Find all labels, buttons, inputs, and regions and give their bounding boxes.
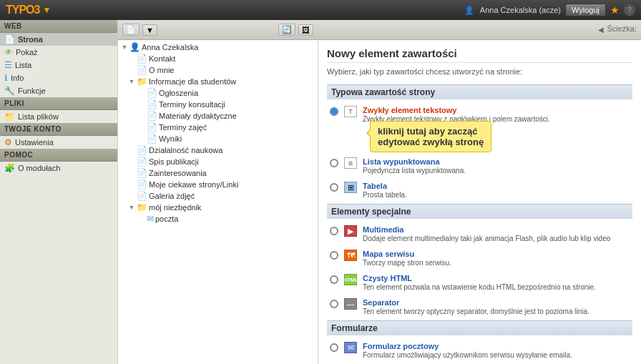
sidebar-item-pokaz[interactable]: 👁 Pokaż <box>0 46 117 59</box>
sidebar-label-pokaz: Pokaż <box>16 48 38 56</box>
sidebar-label-funkcje: Funkcje <box>18 87 46 95</box>
typo3-arrow-icon: ▼ <box>42 5 51 15</box>
item-desc-lista: Pojedyncza lista wypunktowana. <box>363 166 630 175</box>
tree-item-root[interactable]: ▼ 👤 Anna Czekalska <box>118 41 318 53</box>
radio-html[interactable] <box>330 275 338 284</box>
item-title-html: Czysty HTML <box>363 274 630 282</box>
content-item-multimedia[interactable]: ▶ Multimedia Dodaje element multimedialn… <box>327 223 632 245</box>
breadcrumb: Ścieżka: <box>607 24 637 33</box>
content-item-formularz-pocztowy[interactable]: ✉ Formularz pocztowy Formularz umożliwia… <box>327 340 632 362</box>
page-icon: 📄 <box>147 111 157 121</box>
content-item-tabela[interactable]: ⊞ Tabela Prosta tabela. <box>327 179 632 202</box>
sidebar-label-lista: Lista <box>15 61 31 69</box>
sidebar-label-strona: Strona <box>18 35 43 44</box>
sidebar-item-lista-plikow[interactable]: 📁 Lista plików <box>0 110 117 123</box>
tree-item-terminy-zajec[interactable]: 📄 Terminy zajęć <box>118 122 318 133</box>
tree-panel: 📄 ▼ 🔄 🖼 ▼ 👤 Anna Czekalska 📄 Kontakt � <box>118 20 318 364</box>
sidebar-item-funkcje[interactable]: 🔧 Funkcje <box>0 84 117 97</box>
page-icon: 📄 <box>4 34 15 44</box>
person-icon: 👤 <box>129 42 140 52</box>
radio-zwykly-text[interactable] <box>330 107 338 116</box>
favorites-icon[interactable]: ★ <box>610 4 620 16</box>
sidebar-item-o-modulach[interactable]: 🧩 O modułach <box>0 162 117 174</box>
radio-lista[interactable] <box>330 159 338 167</box>
eye-icon: 👁 <box>4 47 13 57</box>
sidebar-section-pliki: PLIKI <box>0 97 117 110</box>
item-title-mapa: Mapa serwisu <box>363 250 630 258</box>
page-icon: 📄 <box>137 179 147 190</box>
tree-label-ogloszenia: Ogłoszenia <box>159 89 198 97</box>
radio-mapa[interactable] <box>330 251 338 260</box>
toggle-icon: ▼ <box>128 78 135 85</box>
tree-item-poczta[interactable]: ✉ poczta <box>118 213 318 225</box>
tree-item-kontakt[interactable]: 📄 Kontakt <box>118 53 318 64</box>
tree-label-materialy: Materiały dydaktyczne <box>159 112 237 120</box>
text-icon: T <box>344 106 357 117</box>
sidebar-item-lista[interactable]: ☰ Lista <box>0 59 117 72</box>
tree-filter-button[interactable]: ▼ <box>142 24 157 36</box>
item-details-separator: Separator Ten element tworzy optyczny se… <box>363 298 630 316</box>
puzzle-icon: 🧩 <box>4 163 15 173</box>
help-icon[interactable]: ? <box>624 4 635 16</box>
tree-label-root: Anna Czekalska <box>142 43 199 51</box>
topbar-left: TYPO3 ▼ <box>6 4 51 16</box>
toggle-icon: ▼ <box>128 204 135 211</box>
tree-item-moje-ciekawe[interactable]: 📄 Moje ciekawe strony/Linki <box>118 179 318 190</box>
tree-item-wyniki[interactable]: 📄 Wyniki <box>118 133 318 144</box>
item-title-multimedia: Multimedia <box>363 225 630 234</box>
content-item-separator[interactable]: — Separator Ten element tworzy optyczny … <box>327 296 632 318</box>
html-icon: HTML <box>344 274 357 285</box>
radio-formularz-pocztowy[interactable] <box>330 343 338 352</box>
form-icon: ✉ <box>344 342 357 353</box>
tree-label-dzialalnosc: Działalność naukowa <box>149 146 222 154</box>
tree-expand-button[interactable]: 📄 <box>122 24 140 36</box>
media-icon: ▶ <box>344 225 357 237</box>
item-desc-tabela: Prosta tabela. <box>363 190 630 200</box>
tree-item-galeria[interactable]: 📄 Galeria zdjęć <box>118 190 318 202</box>
sep-icon: — <box>344 298 357 310</box>
logout-button[interactable]: Wyloguj <box>565 4 606 16</box>
topbar: TYPO3 ▼ 👤 Anna Czekalska (acze) Wyloguj … <box>0 0 641 20</box>
content-item-lista[interactable]: ≡ Lista wypunktowana Pojedyncza lista wy… <box>327 155 632 177</box>
item-desc-mapa: Tworzy mapę stron serwisu. <box>363 258 630 267</box>
item-desc-html: Ten element pozwala na wstawienie kodu H… <box>363 282 630 292</box>
page-icon: 📄 <box>137 168 147 178</box>
sidebar-item-strona[interactable]: 📄 Strona <box>0 33 117 46</box>
page-icon: 📄 <box>137 157 147 167</box>
tree-item-zainteresowania[interactable]: 📄 Zainteresowania <box>118 167 318 179</box>
item-desc-multimedia: Dodaje element multimedialny taki jak an… <box>363 234 630 243</box>
tree-view-button[interactable]: 🖼 <box>298 24 313 36</box>
sidebar-section-konto: TWOJE KONTO <box>0 123 117 136</box>
sidebar-label-lista-plikow: Lista plików <box>18 112 59 121</box>
sidebar-item-info[interactable]: ℹ Info <box>0 72 117 84</box>
tree-item-dzialalnosc[interactable]: 📄 Działalność naukowa <box>118 144 318 156</box>
folder-icon: 📁 <box>137 202 147 212</box>
tree-label-moj-niezbednik: mój niezbędnik <box>149 203 201 212</box>
radio-tabela[interactable] <box>330 183 338 192</box>
sidebar-item-ustawienia[interactable]: ⚙ Ustawienia <box>0 136 117 149</box>
tree-item-moj-niezbednik[interactable]: ▼ 📁 mój niezbędnik <box>118 202 318 213</box>
tree-item-spis-pub[interactable]: 📄 Spis publikacji <box>118 156 318 167</box>
content-item-html[interactable]: HTML Czysty HTML Ten element pozwala na … <box>327 272 632 294</box>
page-icon: 📄 <box>147 88 157 98</box>
tree-item-terminy-konsultacji[interactable]: 📄 Terminy konsultacji <box>118 99 318 110</box>
content-item-mapa[interactable]: 🗺 Mapa serwisu Tworzy mapę stron serwisu… <box>327 247 632 270</box>
info-icon: ℹ <box>4 73 8 83</box>
tree-label-spis-pub: Spis publikacji <box>149 157 199 166</box>
tree-item-ogloszenia[interactable]: 📄 Ogłoszenia <box>118 87 318 99</box>
content-toolbar: ◀ Ścieżka: <box>318 20 641 40</box>
callout-bubble: kliknij tutaj aby zacząćedytować zwykłą … <box>370 121 491 152</box>
tree-refresh-button[interactable]: 🔄 <box>278 24 295 36</box>
item-title-zwykly-text: Zwykły element tekstowy <box>363 106 630 114</box>
tree-label-kontakt: Kontakt <box>149 54 175 63</box>
item-details-lista: Lista wypunktowana Pojedyncza lista wypu… <box>363 157 630 175</box>
wrench-icon: 🔧 <box>4 86 15 96</box>
radio-separator[interactable] <box>330 300 338 308</box>
tree-item-info-studentow[interactable]: ▼ 📁 Informacje dla studentów <box>118 76 318 87</box>
content-body: Nowy element zawartości Wybierz, jaki ty… <box>318 40 641 364</box>
tree-item-o-mnie[interactable]: 📄 O mnie <box>118 64 318 76</box>
item-desc-formularz-pocztowy: Formularz umożliwiający użytkownikom ser… <box>363 350 630 360</box>
radio-multimedia[interactable] <box>330 227 338 235</box>
tree-label-moje-ciekawe: Moje ciekawe strony/Linki <box>149 180 238 189</box>
tree-item-materialy[interactable]: 📄 Materiały dydaktyczne <box>118 110 318 122</box>
